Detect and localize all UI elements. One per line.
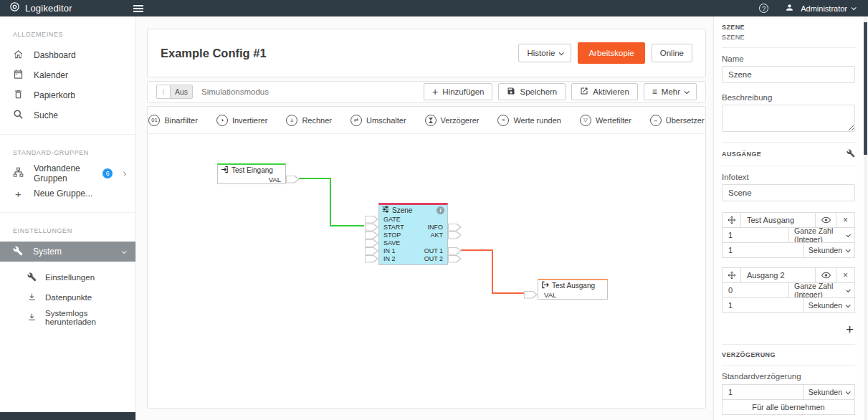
aktivieren-label: Aktivieren [593,87,629,96]
chevron-down-icon [846,232,851,237]
palette-item-binarfilter[interactable]: 01 Binarfilter [148,115,197,126]
add-output-button[interactable]: + [722,322,854,338]
sidebar-subitem-einstellungen[interactable]: Einstellungen [0,267,135,287]
input-port-val[interactable] [524,291,538,299]
output-type-select[interactable]: Ganze Zahl (Integer) [788,227,855,243]
output-port-out1[interactable] [448,247,462,255]
output-type-select[interactable]: Ganze Zahl (Integer) [788,282,855,298]
input-port-in1[interactable] [365,247,378,255]
palette-item-umschalter[interactable]: ⇄ Umschalter [350,115,406,126]
sidebar-subitem-datenpunkte[interactable]: Datenpunkte [0,287,135,307]
sidebar-item-label: Systemlogs herunterladen [45,309,135,326]
close-icon[interactable]: × [836,267,855,283]
mehr-button[interactable]: ≡ Mehr [644,83,697,100]
input-port-start[interactable] [365,224,378,232]
sidebar-item-suche[interactable]: Suche [0,105,135,125]
info-icon[interactable]: i [437,206,444,214]
toggle-on-segment[interactable]: I [156,85,171,99]
eye-icon[interactable] [815,267,836,283]
output-value-input[interactable]: 0 [722,282,789,298]
output-port-out2[interactable] [448,255,462,263]
inspector-panel: SZENE SZENE Name Beschreibung AUSGÄNGE I… [713,16,868,420]
home-icon [13,49,24,62]
chevron-down-icon [559,50,564,55]
output-name-input[interactable]: Ausgang 2 [740,267,816,283]
output-card-ausgang-2: Ausgang 2 × 0 Ganze Zahl (Integer) 1 Sek… [722,267,855,313]
output-value-input[interactable]: 1 [722,227,789,243]
sidebar-item-vorhandene-gruppen[interactable]: Vorhandene Gruppen 6 [0,163,135,183]
user-menu[interactable]: Administrator [801,4,855,13]
sidebar-item-system[interactable]: System [0,242,135,262]
input-port-stop[interactable] [365,232,378,239]
hinzufuegen-button[interactable]: + Hinzufügen [424,83,492,100]
sidebar-item-label: Papierkorb [34,90,125,100]
panel-scrollbar[interactable] [864,16,867,420]
output-port-info[interactable] [448,224,462,232]
sliders-icon [382,206,389,214]
eye-icon[interactable] [815,212,836,228]
node-test-eingang[interactable]: Test Eingang VAL [217,163,286,184]
online-button[interactable]: Online [652,44,692,62]
beschreibung-textarea[interactable] [722,105,855,132]
move-handle-icon[interactable] [722,212,741,228]
sidebar-item-papierkorb[interactable]: Papierkorb [0,85,135,105]
unit-value: Sekunden [809,246,842,254]
historie-button[interactable]: Historie [518,44,571,62]
output-port-akt[interactable] [448,232,462,239]
sidebar-subitem-systemlogs[interactable]: Systemlogs herunterladen [0,307,135,328]
type-value: Ganze Zahl (Integer) [794,226,843,244]
palette-item-werte-runden[interactable]: ≈ Werte runden [497,115,561,126]
palette-label: Werte runden [513,116,561,125]
input-port-gate[interactable] [365,216,378,224]
output-node-icon [541,281,549,290]
infotext-label: Infotext [722,173,855,181]
name-input[interactable] [722,66,855,83]
toggle-off-segment[interactable]: Aus [170,85,193,99]
user-avatar-icon [785,2,794,15]
output-port-val[interactable] [286,176,300,183]
sidebar-footer-bar [0,412,135,420]
translate-icon: ↔ [650,115,662,126]
move-handle-icon[interactable] [722,267,741,283]
hourglass-icon [425,115,437,126]
logic-canvas[interactable]: Test Eingang VAL Szene i GA [148,134,705,409]
arbeitskopie-button[interactable]: Arbeitskopie [578,42,644,64]
sidebar-item-label: Neue Gruppe... [34,188,125,199]
panel-scrollbar-thumb[interactable] [864,22,867,155]
node-test-ausgang[interactable]: Test Ausgang VAL [538,279,608,300]
sidebar-item-dashboard[interactable]: Dashboard [0,45,135,65]
output-name-input[interactable]: Test Ausgang [740,212,816,228]
speichern-button[interactable]: Speichern [498,83,566,100]
output-delay-input[interactable]: 1 [722,297,803,313]
standard-delay-input[interactable]: 1 [722,384,803,400]
simulation-toggle[interactable]: I Aus [156,85,193,99]
palette-item-verzoegerer[interactable]: Verzögerer [425,115,480,126]
funnel-icon: ▽ [580,115,591,126]
standard-unit-select[interactable]: Sekunden [803,384,855,400]
chevron-right-icon [122,171,126,176]
input-port-save[interactable] [365,239,378,247]
palette-item-wertefilter[interactable]: ▽ Wertefilter [580,115,631,126]
sidebar-item-neue-gruppe[interactable]: + Neue Gruppe... [0,183,135,204]
infotext-input[interactable] [722,184,855,201]
app-title: Logikeditor [25,3,72,14]
input-port-in2[interactable] [365,255,378,263]
palette-item-rechner[interactable]: ± Rechner [286,115,332,126]
divider [722,142,855,143]
sidebar-item-kalender[interactable]: Kalender [0,65,135,85]
chevron-down-icon [685,89,690,94]
close-icon[interactable]: × [836,212,855,228]
hamburger-menu-icon[interactable] [133,4,143,12]
palette-item-invertierer[interactable]: ◑ Invertierer [216,115,268,126]
output-delay-input[interactable]: 1 [722,242,803,258]
output-unit-select[interactable]: Sekunden [803,297,855,313]
port-label: INFO [428,224,444,231]
help-icon[interactable]: ? [759,4,768,13]
node-szene[interactable]: Szene i GATE START INFO STOP AK [378,203,448,265]
apply-all-button[interactable]: Für alle übernehmen [722,399,855,415]
aktivieren-button[interactable]: Aktivieren [571,83,638,100]
output-unit-select[interactable]: Sekunden [803,242,855,258]
user-name: Administrator [801,4,847,13]
wrench-icon[interactable] [846,149,855,159]
palette-item-uebersetzer[interactable]: ↔ Übersetzer [650,115,705,126]
